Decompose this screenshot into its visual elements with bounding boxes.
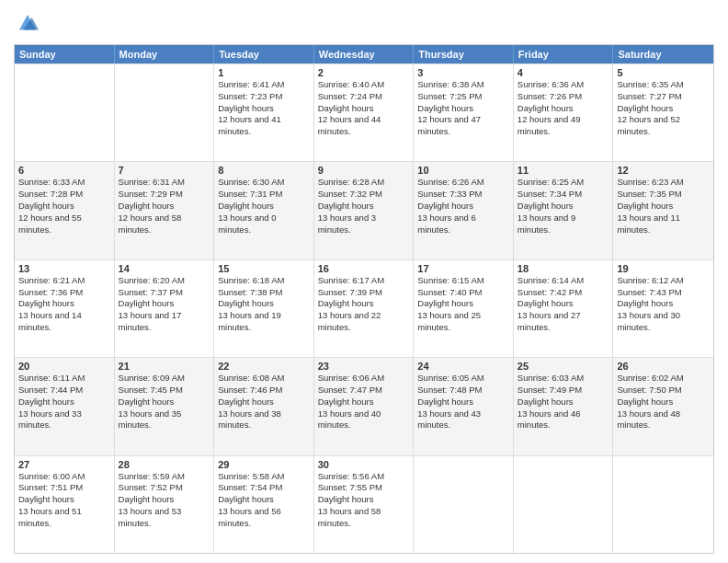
daylight-label: Daylight hours xyxy=(617,201,710,213)
calendar: SundayMondayTuesdayWednesdayThursdayFrid… xyxy=(14,44,714,554)
sunrise-line: Sunrise: 6:18 AM xyxy=(218,275,310,287)
daylight-label: Daylight hours xyxy=(218,396,310,408)
day-cell-12: 12Sunrise: 6:23 AMSunset: 7:35 PMDayligh… xyxy=(613,162,713,259)
sunrise-line: Sunrise: 6:21 AM xyxy=(18,275,110,287)
day-number: 8 xyxy=(218,165,310,176)
day-number: 25 xyxy=(518,361,609,372)
day-cell-23: 23Sunrise: 6:06 AMSunset: 7:47 PMDayligh… xyxy=(314,358,415,454)
header xyxy=(14,9,714,37)
sunrise-line: Sunrise: 6:06 AM xyxy=(318,373,410,385)
daylight-label: Daylight hours xyxy=(318,396,410,408)
daylight-label: Daylight hours xyxy=(518,396,609,408)
sunset-line: Sunset: 7:26 PM xyxy=(518,91,609,103)
day-cell-9: 9Sunrise: 6:28 AMSunset: 7:32 PMDaylight… xyxy=(314,162,415,259)
daylight-line: 13 hours and 0 minutes. xyxy=(218,213,310,236)
daylight-label: Daylight hours xyxy=(417,298,509,310)
sunrise-line: Sunrise: 6:11 AM xyxy=(18,373,110,385)
sunrise-line: Sunrise: 6:25 AM xyxy=(518,177,609,189)
day-number: 4 xyxy=(518,67,609,78)
sunset-line: Sunset: 7:52 PM xyxy=(119,482,210,494)
day-cell-8: 8Sunrise: 6:30 AMSunset: 7:31 PMDaylight… xyxy=(214,162,314,259)
day-cell-13: 13Sunrise: 6:21 AMSunset: 7:36 PMDayligh… xyxy=(15,260,115,357)
daylight-line: 13 hours and 35 minutes. xyxy=(119,408,210,432)
sunrise-line: Sunrise: 6:41 AM xyxy=(218,79,310,91)
sunset-line: Sunset: 7:44 PM xyxy=(18,385,110,396)
day-number: 1 xyxy=(218,67,310,78)
sunrise-line: Sunrise: 6:03 AM xyxy=(518,373,609,385)
day-cell-18: 18Sunrise: 6:14 AMSunset: 7:42 PMDayligh… xyxy=(514,260,614,357)
day-header-saturday: Saturday xyxy=(613,45,713,63)
calendar-row-5: 27Sunrise: 6:00 AMSunset: 7:51 PMDayligh… xyxy=(15,455,713,553)
sunset-line: Sunset: 7:31 PM xyxy=(218,189,310,201)
day-header-sunday: Sunday xyxy=(15,45,115,63)
day-number: 10 xyxy=(417,165,509,176)
sunrise-line: Sunrise: 5:59 AM xyxy=(119,471,210,483)
sunrise-line: Sunrise: 6:36 AM xyxy=(518,79,609,91)
sunset-line: Sunset: 7:23 PM xyxy=(218,91,310,103)
sunset-line: Sunset: 7:35 PM xyxy=(617,189,710,201)
daylight-line: 13 hours and 53 minutes. xyxy=(119,506,210,530)
daylight-label: Daylight hours xyxy=(119,396,210,408)
daylight-label: Daylight hours xyxy=(417,396,509,408)
daylight-label: Daylight hours xyxy=(318,201,410,213)
sunrise-line: Sunrise: 6:28 AM xyxy=(318,177,410,189)
daylight-label: Daylight hours xyxy=(218,201,310,213)
day-cell-4: 4Sunrise: 6:36 AMSunset: 7:26 PMDaylight… xyxy=(514,64,614,161)
day-cell-17: 17Sunrise: 6:15 AMSunset: 7:40 PMDayligh… xyxy=(414,260,514,357)
daylight-line: 12 hours and 44 minutes. xyxy=(318,114,410,138)
empty-cell xyxy=(15,64,115,161)
sunrise-line: Sunrise: 6:40 AM xyxy=(318,79,410,91)
day-number: 11 xyxy=(518,165,609,176)
calendar-body: 1Sunrise: 6:41 AMSunset: 7:23 PMDaylight… xyxy=(15,63,713,553)
sunrise-line: Sunrise: 6:02 AM xyxy=(617,373,710,385)
day-number: 13 xyxy=(18,263,110,274)
day-cell-28: 28Sunrise: 5:59 AMSunset: 7:52 PMDayligh… xyxy=(115,456,215,553)
day-number: 9 xyxy=(318,165,410,176)
daylight-label: Daylight hours xyxy=(318,298,410,310)
day-header-monday: Monday xyxy=(115,45,215,63)
sunset-line: Sunset: 7:43 PM xyxy=(617,287,710,299)
day-cell-14: 14Sunrise: 6:20 AMSunset: 7:37 PMDayligh… xyxy=(115,260,215,357)
daylight-label: Daylight hours xyxy=(617,396,710,408)
sunrise-line: Sunrise: 6:08 AM xyxy=(218,373,310,385)
daylight-label: Daylight hours xyxy=(218,298,310,310)
daylight-label: Daylight hours xyxy=(218,494,310,506)
day-cell-15: 15Sunrise: 6:18 AMSunset: 7:38 PMDayligh… xyxy=(214,260,314,357)
daylight-line: 13 hours and 33 minutes. xyxy=(18,408,110,432)
daylight-line: 13 hours and 38 minutes. xyxy=(218,408,310,432)
day-number: 24 xyxy=(417,361,509,372)
day-cell-2: 2Sunrise: 6:40 AMSunset: 7:24 PMDaylight… xyxy=(314,64,415,161)
sunrise-line: Sunrise: 6:33 AM xyxy=(18,177,110,189)
day-header-thursday: Thursday xyxy=(414,45,514,63)
day-number: 16 xyxy=(318,263,410,274)
sunset-line: Sunset: 7:25 PM xyxy=(417,91,509,103)
sunset-line: Sunset: 7:54 PM xyxy=(218,482,310,494)
daylight-line: 12 hours and 55 minutes. xyxy=(18,213,110,236)
sunrise-line: Sunrise: 5:56 AM xyxy=(318,471,410,483)
calendar-row-3: 13Sunrise: 6:21 AMSunset: 7:36 PMDayligh… xyxy=(15,259,713,357)
sunrise-line: Sunrise: 6:26 AM xyxy=(417,177,509,189)
sunrise-line: Sunrise: 6:20 AM xyxy=(119,275,210,287)
day-number: 21 xyxy=(119,361,210,372)
day-header-wednesday: Wednesday xyxy=(314,45,415,63)
daylight-label: Daylight hours xyxy=(218,103,310,115)
sunrise-line: Sunrise: 6:15 AM xyxy=(417,275,509,287)
daylight-line: 13 hours and 19 minutes. xyxy=(218,310,310,334)
daylight-line: 13 hours and 27 minutes. xyxy=(518,310,609,334)
sunrise-line: Sunrise: 6:09 AM xyxy=(119,373,210,385)
sunrise-line: Sunrise: 6:00 AM xyxy=(18,471,110,483)
sunset-line: Sunset: 7:50 PM xyxy=(617,385,710,396)
logo-icon xyxy=(14,9,41,37)
daylight-label: Daylight hours xyxy=(617,298,710,310)
daylight-line: 13 hours and 48 minutes. xyxy=(617,408,710,432)
daylight-line: 13 hours and 17 minutes. xyxy=(119,310,210,334)
daylight-line: 13 hours and 30 minutes. xyxy=(617,310,710,334)
daylight-line: 13 hours and 9 minutes. xyxy=(518,213,609,236)
day-number: 27 xyxy=(18,459,110,470)
day-cell-11: 11Sunrise: 6:25 AMSunset: 7:34 PMDayligh… xyxy=(514,162,614,259)
calendar-header: SundayMondayTuesdayWednesdayThursdayFrid… xyxy=(15,45,713,63)
day-number: 17 xyxy=(417,263,509,274)
calendar-row-1: 1Sunrise: 6:41 AMSunset: 7:23 PMDaylight… xyxy=(15,63,713,161)
daylight-label: Daylight hours xyxy=(119,201,210,213)
sunset-line: Sunset: 7:27 PM xyxy=(617,91,710,103)
